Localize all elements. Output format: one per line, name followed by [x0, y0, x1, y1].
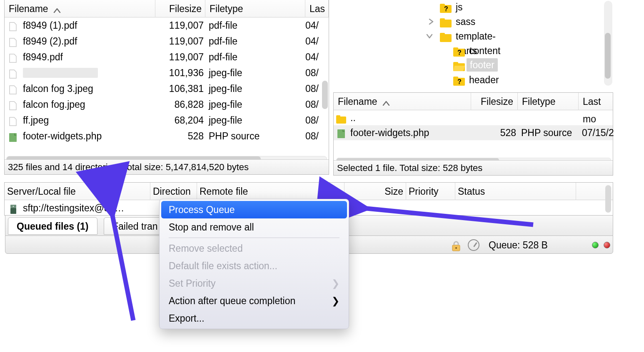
file-icon [8, 52, 18, 62]
file-name: ff.jpeg [23, 112, 155, 128]
col-direction[interactable]: Direction [150, 183, 197, 200]
col-lastmodified[interactable]: Last mo [579, 93, 613, 110]
file-size: 528 [155, 128, 204, 144]
col-filename-label: Filename [9, 3, 48, 14]
local-vertical-scrollbar[interactable] [321, 18, 329, 151]
tree-label: js [456, 0, 463, 15]
file-name: f8949 (1).pdf [23, 17, 155, 33]
tree-label: header [469, 73, 499, 87]
file-date: 07/15/2 [582, 125, 614, 140]
col-status[interactable]: Status [455, 183, 576, 200]
folder-icon [336, 113, 346, 123]
col-filetype[interactable]: Filetype [205, 0, 305, 17]
local-file-row[interactable]: f8949 (2).pdf 119,007 pdf-file 04/ [5, 33, 329, 49]
col-size[interactable]: Size [344, 183, 406, 200]
file-icon [8, 84, 18, 94]
speed-limit-icon[interactable] [468, 239, 479, 251]
col-priority[interactable]: Priority [406, 183, 455, 200]
unknown-folder-icon: ? [440, 2, 452, 12]
submenu-arrow-icon: ❯ [332, 292, 339, 310]
remote-file-row-parent[interactable]: .. [334, 110, 613, 125]
file-size: 68,204 [155, 112, 204, 128]
tree-label: sass [456, 15, 475, 29]
chevron-down-icon[interactable] [426, 29, 433, 44]
file-size: 528 [471, 125, 516, 140]
unknown-folder-icon: ? [453, 75, 465, 84]
file-icon [8, 36, 18, 46]
lock-icon[interactable] [450, 239, 462, 251]
server-icon [9, 203, 18, 213]
local-columns-header: Filename Filesize Filetype Las [5, 0, 329, 17]
col-remote-file[interactable]: Remote file [197, 183, 344, 200]
col-filesize[interactable]: Filesize [155, 0, 205, 17]
sort-ascending-icon [382, 93, 390, 110]
chevron-right-icon[interactable] [427, 15, 435, 29]
file-name: falcon fog.jpeg [23, 97, 155, 112]
tree-item-js[interactable]: ? js [333, 0, 507, 15]
svg-rect-0 [9, 133, 17, 142]
tree-item-sass[interactable]: sass [333, 15, 507, 29]
file-type: pdf-file [209, 33, 292, 49]
scrollbar-thumb[interactable] [605, 33, 611, 79]
tree-item-footer[interactable]: footer [333, 58, 507, 73]
file-size: 106,381 [155, 81, 204, 97]
local-status-text: 325 files and 14 directories. Total size… [8, 162, 249, 172]
svg-text:?: ? [457, 78, 462, 85]
svg-text:?: ? [444, 5, 448, 12]
menu-remove-selected: Remove selected [160, 240, 349, 257]
col-lastmodified[interactable]: Las [305, 0, 329, 17]
file-size: 86,828 [155, 97, 204, 112]
tree-vertical-scrollbar[interactable] [603, 0, 613, 87]
menu-label: Stop and remove all [169, 222, 254, 233]
menu-export[interactable]: Export... [160, 310, 349, 327]
file-type: PHP source [209, 128, 292, 144]
remote-status-text: Selected 1 file. Total size: 528 bytes [337, 163, 482, 173]
local-file-row[interactable]: footer-widgets.php 528 PHP source 08/ [5, 128, 329, 144]
col-server-local[interactable]: Server/Local file [5, 183, 150, 200]
scrollbar-thumb[interactable] [322, 81, 328, 109]
remote-file-row[interactable]: footer-widgets.php 528 PHP source 07/15/… [334, 125, 613, 140]
remote-columns-header: Filename Filesize Filetype Last mo [334, 93, 613, 110]
svg-point-23 [455, 247, 457, 249]
local-file-panel: Filename Filesize Filetype Las f8949 (1)… [4, 0, 329, 175]
file-name: .. [350, 110, 356, 125]
svg-rect-20 [10, 208, 16, 214]
svg-rect-18 [337, 129, 345, 138]
file-name: falcon fog 3.jpeg [23, 81, 155, 97]
svg-rect-12 [453, 62, 458, 64]
file-name: f8949 (2).pdf [23, 33, 155, 49]
annotation-arrow [354, 200, 537, 235]
menu-default-file-exists: Default file exists action... [160, 257, 349, 275]
col-filetype[interactable]: Filetype [518, 93, 579, 110]
tab-queued-files[interactable]: Queued files (1) [8, 217, 97, 235]
file-size: 119,007 [155, 17, 204, 33]
local-file-row[interactable]: falcon fog 3.jpeg 106,381 jpeg-file 08/ [5, 81, 329, 97]
local-file-row[interactable]: f8949 (1).pdf 119,007 pdf-file 04/ [5, 17, 329, 33]
local-file-row[interactable]: falcon fog.jpeg 86,828 jpeg-file 08/ [5, 97, 329, 112]
svg-line-24 [362, 208, 533, 225]
menu-action-after-completion[interactable]: Action after queue completion❯ [160, 292, 349, 310]
local-file-row[interactable]: 101,936 jpeg-file 08/ [5, 65, 329, 81]
file-type: jpeg-file [209, 97, 292, 112]
folder-icon [440, 32, 452, 41]
tree-item-content[interactable]: ? content [333, 44, 507, 58]
svg-rect-5 [440, 18, 445, 21]
svg-rect-7 [440, 33, 445, 35]
local-file-row[interactable]: ff.jpeg 68,204 jpeg-file 08/ [5, 112, 329, 128]
queue-size-label: Queue: 528 B [489, 236, 548, 254]
menu-stop-remove-all[interactable]: Stop and remove all [160, 218, 349, 236]
redacted-text [23, 68, 98, 78]
col-filename[interactable]: Filename [334, 93, 471, 110]
local-file-row[interactable]: f8949.pdf 119,007 pdf-file 04/ [5, 49, 329, 65]
tree-item-template-parts[interactable]: template-parts [333, 29, 507, 44]
col-filename[interactable]: Filename [5, 0, 155, 17]
menu-label: Set Priority [169, 278, 215, 289]
folder-icon [440, 17, 452, 26]
tree-item-header[interactable]: ? header [333, 73, 507, 87]
file-icon [8, 99, 18, 109]
php-file-icon [336, 128, 346, 138]
menu-process-queue[interactable]: Process Queue [161, 201, 347, 218]
col-filesize[interactable]: Filesize [471, 93, 518, 110]
menu-separator [169, 238, 339, 238]
queue-vertical-scrollbar[interactable] [605, 185, 611, 213]
